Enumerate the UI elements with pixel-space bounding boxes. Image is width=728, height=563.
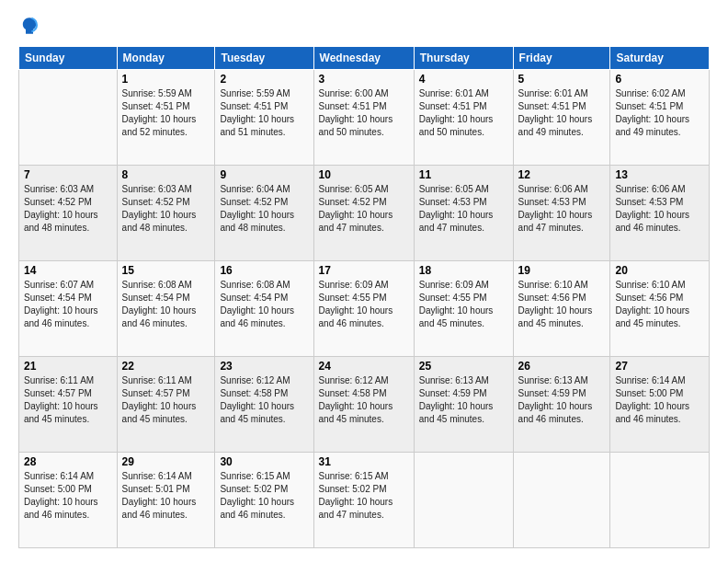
day-info: Sunrise: 6:09 AM Sunset: 4:55 PM Dayligh… (319, 279, 409, 330)
header-cell-saturday: Saturday (610, 47, 710, 70)
day-number: 28 (24, 455, 112, 468)
day-cell: 23Sunrise: 6:12 AM Sunset: 4:58 PM Dayli… (215, 357, 313, 453)
day-cell: 2Sunrise: 5:59 AM Sunset: 4:51 PM Daylig… (215, 70, 313, 166)
day-number: 9 (220, 168, 308, 181)
day-number: 1 (122, 73, 210, 86)
day-cell (414, 453, 513, 548)
day-cell: 24Sunrise: 6:12 AM Sunset: 4:58 PM Dayli… (313, 357, 414, 453)
day-cell: 15Sunrise: 6:08 AM Sunset: 4:54 PM Dayli… (117, 261, 215, 357)
day-cell: 13Sunrise: 6:06 AM Sunset: 4:53 PM Dayli… (610, 166, 710, 261)
day-cell: 12Sunrise: 6:06 AM Sunset: 4:53 PM Dayli… (513, 166, 610, 261)
day-cell: 1Sunrise: 5:59 AM Sunset: 4:51 PM Daylig… (117, 70, 215, 166)
calendar-table: SundayMondayTuesdayWednesdayThursdayFrid… (18, 46, 710, 548)
day-cell: 26Sunrise: 6:13 AM Sunset: 4:59 PM Dayli… (513, 357, 610, 453)
day-info: Sunrise: 6:08 AM Sunset: 4:54 PM Dayligh… (122, 279, 210, 330)
day-info: Sunrise: 6:11 AM Sunset: 4:57 PM Dayligh… (122, 374, 210, 426)
day-cell: 8Sunrise: 6:03 AM Sunset: 4:52 PM Daylig… (117, 166, 215, 261)
calendar-body: 1Sunrise: 5:59 AM Sunset: 4:51 PM Daylig… (19, 70, 710, 548)
day-info: Sunrise: 6:06 AM Sunset: 4:53 PM Dayligh… (518, 183, 606, 235)
day-number: 25 (419, 360, 508, 373)
day-number: 27 (615, 360, 704, 373)
day-cell: 5Sunrise: 6:01 AM Sunset: 4:51 PM Daylig… (513, 70, 610, 166)
day-cell: 27Sunrise: 6:14 AM Sunset: 5:00 PM Dayli… (610, 357, 710, 453)
day-cell: 4Sunrise: 6:01 AM Sunset: 4:51 PM Daylig… (414, 70, 513, 166)
day-number: 26 (518, 360, 606, 373)
day-info: Sunrise: 6:11 AM Sunset: 4:57 PM Dayligh… (24, 374, 112, 426)
day-cell: 19Sunrise: 6:10 AM Sunset: 4:56 PM Dayli… (513, 261, 610, 357)
header-cell-wednesday: Wednesday (313, 47, 414, 70)
day-number: 12 (518, 168, 606, 181)
day-cell: 16Sunrise: 6:08 AM Sunset: 4:54 PM Dayli… (215, 261, 313, 357)
day-cell (610, 453, 710, 548)
day-number: 21 (24, 360, 112, 373)
day-number: 10 (319, 168, 409, 181)
day-info: Sunrise: 6:07 AM Sunset: 4:54 PM Dayligh… (24, 279, 112, 330)
day-info: Sunrise: 6:14 AM Sunset: 5:01 PM Dayligh… (122, 470, 210, 522)
day-number: 23 (220, 360, 308, 373)
day-cell: 3Sunrise: 6:00 AM Sunset: 4:51 PM Daylig… (313, 70, 414, 166)
day-info: Sunrise: 6:04 AM Sunset: 4:52 PM Dayligh… (220, 183, 308, 235)
day-cell: 25Sunrise: 6:13 AM Sunset: 4:59 PM Dayli… (414, 357, 513, 453)
week-row-1: 1Sunrise: 5:59 AM Sunset: 4:51 PM Daylig… (19, 70, 710, 166)
day-number: 3 (319, 73, 409, 86)
day-info: Sunrise: 5:59 AM Sunset: 4:51 PM Dayligh… (122, 87, 210, 139)
day-number: 29 (122, 455, 210, 468)
day-number: 7 (24, 168, 112, 181)
day-cell: 31Sunrise: 6:15 AM Sunset: 5:02 PM Dayli… (313, 453, 414, 548)
calendar-header: SundayMondayTuesdayWednesdayThursdayFrid… (19, 47, 710, 70)
day-number: 5 (518, 73, 606, 86)
day-cell: 11Sunrise: 6:05 AM Sunset: 4:53 PM Dayli… (414, 166, 513, 261)
day-cell: 18Sunrise: 6:09 AM Sunset: 4:55 PM Dayli… (414, 261, 513, 357)
header-cell-thursday: Thursday (414, 47, 513, 70)
day-info: Sunrise: 6:13 AM Sunset: 4:59 PM Dayligh… (518, 374, 606, 426)
day-info: Sunrise: 6:12 AM Sunset: 4:58 PM Dayligh… (319, 374, 409, 426)
day-number: 2 (220, 73, 308, 86)
day-cell: 21Sunrise: 6:11 AM Sunset: 4:57 PM Dayli… (19, 357, 118, 453)
day-info: Sunrise: 6:14 AM Sunset: 5:00 PM Dayligh… (615, 374, 704, 426)
day-info: Sunrise: 6:15 AM Sunset: 5:02 PM Dayligh… (319, 470, 409, 522)
day-number: 8 (122, 168, 210, 181)
day-info: Sunrise: 6:09 AM Sunset: 4:55 PM Dayligh… (419, 279, 508, 330)
day-cell: 7Sunrise: 6:03 AM Sunset: 4:52 PM Daylig… (19, 166, 118, 261)
day-number: 17 (319, 264, 409, 277)
day-info: Sunrise: 6:10 AM Sunset: 4:56 PM Dayligh… (518, 279, 606, 330)
header-cell-tuesday: Tuesday (215, 47, 313, 70)
header-row: SundayMondayTuesdayWednesdayThursdayFrid… (19, 47, 710, 70)
day-info: Sunrise: 6:02 AM Sunset: 4:51 PM Dayligh… (615, 87, 704, 139)
day-number: 19 (518, 264, 606, 277)
day-number: 24 (319, 360, 409, 373)
day-cell: 10Sunrise: 6:05 AM Sunset: 4:52 PM Dayli… (313, 166, 414, 261)
day-cell: 6Sunrise: 6:02 AM Sunset: 4:51 PM Daylig… (610, 70, 710, 166)
week-row-5: 28Sunrise: 6:14 AM Sunset: 5:00 PM Dayli… (19, 453, 710, 548)
day-number: 18 (419, 264, 508, 277)
day-cell (19, 70, 118, 166)
day-info: Sunrise: 6:14 AM Sunset: 5:00 PM Dayligh… (24, 470, 112, 522)
logo (18, 15, 44, 37)
day-info: Sunrise: 6:15 AM Sunset: 5:02 PM Dayligh… (220, 470, 308, 522)
header-cell-monday: Monday (117, 47, 215, 70)
day-info: Sunrise: 6:01 AM Sunset: 4:51 PM Dayligh… (518, 87, 606, 139)
header-cell-sunday: Sunday (19, 47, 118, 70)
logo-icon (18, 15, 40, 37)
day-cell (513, 453, 610, 548)
day-cell: 9Sunrise: 6:04 AM Sunset: 4:52 PM Daylig… (215, 166, 313, 261)
day-cell: 29Sunrise: 6:14 AM Sunset: 5:01 PM Dayli… (117, 453, 215, 548)
day-number: 6 (615, 73, 704, 86)
day-info: Sunrise: 6:03 AM Sunset: 4:52 PM Dayligh… (122, 183, 210, 235)
day-number: 22 (122, 360, 210, 373)
day-info: Sunrise: 6:01 AM Sunset: 4:51 PM Dayligh… (419, 87, 508, 139)
day-cell: 22Sunrise: 6:11 AM Sunset: 4:57 PM Dayli… (117, 357, 215, 453)
day-info: Sunrise: 6:00 AM Sunset: 4:51 PM Dayligh… (319, 87, 409, 139)
day-cell: 30Sunrise: 6:15 AM Sunset: 5:02 PM Dayli… (215, 453, 313, 548)
day-info: Sunrise: 6:12 AM Sunset: 4:58 PM Dayligh… (220, 374, 308, 426)
week-row-3: 14Sunrise: 6:07 AM Sunset: 4:54 PM Dayli… (19, 261, 710, 357)
day-cell: 20Sunrise: 6:10 AM Sunset: 4:56 PM Dayli… (610, 261, 710, 357)
week-row-2: 7Sunrise: 6:03 AM Sunset: 4:52 PM Daylig… (19, 166, 710, 261)
day-info: Sunrise: 6:13 AM Sunset: 4:59 PM Dayligh… (419, 374, 508, 426)
day-number: 15 (122, 264, 210, 277)
header (18, 15, 710, 37)
day-number: 16 (220, 264, 308, 277)
day-number: 13 (615, 168, 704, 181)
day-number: 30 (220, 455, 308, 468)
day-info: Sunrise: 5:59 AM Sunset: 4:51 PM Dayligh… (220, 87, 308, 139)
